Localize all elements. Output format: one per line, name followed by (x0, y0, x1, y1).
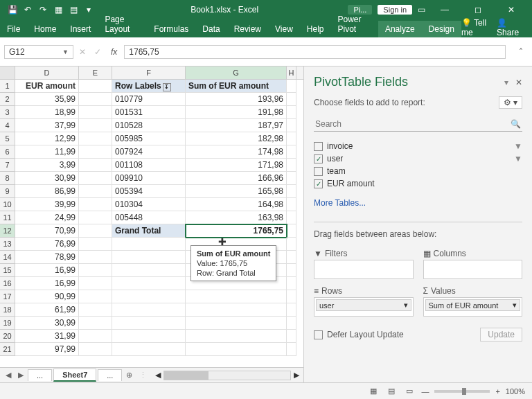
column-header[interactable]: E (79, 66, 112, 79)
chevron-down-icon[interactable]: ▾ (404, 301, 408, 310)
cell[interactable]: 005985 (112, 132, 186, 145)
cell[interactable]: 191,98 (186, 106, 287, 119)
cell[interactable]: 18,99 (15, 106, 79, 119)
row-header[interactable]: 10 (0, 198, 15, 211)
maximize-icon[interactable]: ◻ (464, 5, 492, 15)
cell[interactable]: 001531 (112, 106, 186, 119)
sort-filter-icon[interactable]: ↧ (163, 83, 171, 91)
cell[interactable] (79, 303, 112, 317)
cell[interactable]: 005448 (112, 211, 186, 224)
sheet-tab-active[interactable]: Sheet7 (53, 369, 96, 382)
rows-area[interactable]: user▾ (314, 297, 414, 317)
zoom-in-icon[interactable]: + (495, 387, 499, 396)
field-search[interactable]: 🔍 (314, 117, 522, 132)
columns-area[interactable] (423, 260, 523, 279)
cell[interactable] (79, 211, 112, 224)
cell[interactable]: 30,99 (15, 172, 79, 185)
cell[interactable] (79, 224, 112, 238)
qat-icon[interactable]: ▦ (53, 4, 64, 15)
column-header[interactable]: F (112, 66, 186, 79)
select-all-corner[interactable] (0, 66, 15, 79)
row-header[interactable]: 2 (0, 93, 15, 106)
cell[interactable]: 16,99 (15, 277, 79, 290)
field-checkbox[interactable]: ✓ (314, 154, 323, 163)
cell[interactable]: 86,99 (15, 185, 79, 198)
zoom-level[interactable]: 100% (506, 387, 525, 396)
cell[interactable] (79, 290, 112, 303)
row-header[interactable]: 1 (0, 80, 15, 93)
tab-view[interactable]: View (268, 21, 300, 37)
qat-icon[interactable]: ▤ (68, 4, 79, 15)
cell[interactable] (112, 343, 186, 356)
field-checkbox[interactable] (314, 142, 323, 151)
filters-area[interactable] (314, 260, 414, 279)
tell-me-button[interactable]: 💡 Tell me (461, 18, 490, 37)
row-header[interactable]: 13 (0, 238, 15, 251)
more-tables-link[interactable]: More Tables... (314, 198, 522, 208)
cell[interactable] (186, 330, 287, 343)
row-header[interactable]: 9 (0, 185, 15, 198)
redo-icon[interactable]: ↷ (37, 4, 48, 15)
row-header[interactable]: 21 (0, 343, 15, 356)
cell[interactable] (287, 224, 296, 238)
field-item[interactable]: invoice▼ (314, 141, 522, 151)
tab-power-pivot[interactable]: Power Pivot (331, 11, 378, 37)
field-item[interactable]: ✓user▼ (314, 154, 522, 163)
page-break-view-icon[interactable]: ▭ (403, 387, 416, 396)
cell[interactable]: EUR amount (15, 80, 79, 93)
cell[interactable] (287, 238, 296, 251)
scroll-thumb[interactable] (164, 371, 209, 380)
cell[interactable]: 165,98 (186, 185, 287, 198)
cell[interactable] (287, 251, 296, 264)
tab-review[interactable]: Review (227, 21, 268, 37)
row-header[interactable]: 7 (0, 159, 15, 172)
row-header[interactable]: 17 (0, 290, 15, 303)
cell[interactable] (186, 343, 287, 356)
column-header[interactable]: D (15, 66, 79, 79)
cell[interactable]: Grand Total (112, 224, 186, 238)
cell[interactable] (287, 277, 296, 290)
ribbon-options-icon[interactable]: ▭ (418, 5, 425, 15)
row-header[interactable]: 5 (0, 132, 15, 145)
cell[interactable]: Row Labels↧ (112, 80, 186, 93)
page-layout-view-icon[interactable]: ▤ (385, 387, 398, 396)
cell[interactable] (112, 303, 186, 317)
cell[interactable] (79, 238, 112, 251)
cell[interactable] (287, 185, 296, 198)
cell[interactable] (79, 264, 112, 277)
minimize-icon[interactable]: — (431, 5, 459, 15)
row-header[interactable]: 14 (0, 251, 15, 264)
row-header[interactable]: 8 (0, 172, 15, 185)
cell[interactable]: 010304 (112, 198, 186, 211)
cell[interactable]: 3,99 (15, 159, 79, 172)
cell[interactable] (287, 93, 296, 106)
formula-input[interactable]: 1765,75 (124, 45, 506, 59)
sheet-tab[interactable]: ... (28, 369, 52, 381)
row-header[interactable]: 16 (0, 277, 15, 290)
sign-in-button[interactable]: Sign in (378, 5, 412, 15)
column-header[interactable]: H (287, 66, 296, 79)
undo-icon[interactable]: ↶ (22, 4, 33, 15)
cell[interactable]: 010528 (112, 119, 186, 132)
cell[interactable]: 009910 (112, 172, 186, 185)
cell[interactable] (112, 290, 186, 303)
cell[interactable] (79, 317, 112, 330)
cell[interactable] (79, 106, 112, 119)
enter-icon[interactable]: ✓ (91, 47, 104, 57)
cell[interactable] (79, 93, 112, 106)
cell[interactable] (79, 145, 112, 159)
filter-icon[interactable]: ▼ (514, 141, 522, 151)
tab-page-layout[interactable]: Page Layout (98, 11, 147, 37)
fx-icon[interactable]: fx (107, 46, 121, 58)
scroll-left-icon[interactable]: ◀ (155, 371, 161, 380)
cell[interactable] (186, 290, 287, 303)
cell[interactable] (186, 303, 287, 317)
cell[interactable] (287, 198, 296, 211)
spreadsheet-grid[interactable]: D E F G H 1EUR amountRow Labels↧Sum of E… (0, 66, 303, 382)
area-token-user[interactable]: user▾ (316, 299, 411, 311)
tab-design[interactable]: Design (422, 21, 461, 37)
name-box[interactable]: G12 ▼ (4, 45, 73, 59)
cancel-icon[interactable]: ✕ (76, 47, 89, 57)
area-token-sum[interactable]: Sum of EUR amount▾ (425, 299, 521, 311)
save-icon[interactable]: 💾 (7, 4, 18, 15)
